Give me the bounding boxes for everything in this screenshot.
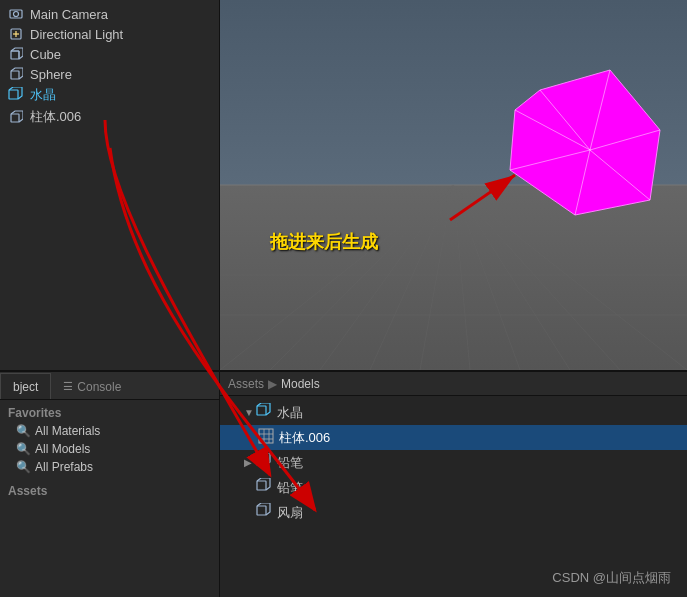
materials-icon: 🔍 — [16, 424, 30, 438]
scene-view: 拖进来后生成 — [220, 0, 687, 370]
asset-item-label: 水晶 — [277, 404, 303, 422]
folder-model-icon2 — [256, 478, 272, 497]
project-panel: bject ☰ Console Favorites 🔍 All Material… — [0, 372, 220, 597]
hierarchy-item-cylinder006[interactable]: 柱体.006 — [0, 106, 219, 128]
models-icon: 🔍 — [16, 442, 30, 456]
hierarchy-item-label: Main Camera — [30, 7, 108, 22]
project-content: Favorites 🔍 All Materials 🔍 All Models 🔍… — [0, 400, 219, 597]
assets-panel: Assets ▶ Models ▼ 水晶 — [220, 372, 687, 597]
svg-rect-10 — [11, 114, 19, 122]
folder-crystal-icon — [256, 403, 272, 422]
hierarchy-item-cube[interactable]: Cube — [0, 44, 219, 64]
breadcrumb-separator: ▶ — [268, 377, 277, 391]
tab-bar: bject ☰ Console — [0, 372, 219, 400]
sphere-icon — [8, 66, 24, 82]
tab-project-label: bject — [13, 380, 38, 394]
hierarchy-item-label: Directional Light — [30, 27, 123, 42]
bottom-section: bject ☰ Console Favorites 🔍 All Material… — [0, 370, 687, 597]
asset-item-cylinder006[interactable]: 柱体.006 — [220, 425, 687, 450]
tab-console-label: Console — [77, 380, 121, 394]
prefabs-icon: 🔍 — [16, 460, 30, 474]
breadcrumb-root: Assets — [228, 377, 264, 391]
hierarchy-item-main-camera[interactable]: Main Camera — [0, 4, 219, 24]
hierarchy-item-directional-light[interactable]: Directional Light — [0, 24, 219, 44]
svg-rect-40 — [257, 406, 266, 415]
asset-item-label: 柱体.006 — [279, 429, 330, 447]
hierarchy-item-label: Sphere — [30, 67, 72, 82]
folder-fan-icon — [256, 503, 272, 522]
svg-rect-12 — [220, 185, 687, 370]
hierarchy-panel: Main Camera Directional Light — [0, 0, 220, 370]
asset-item-pencil2-folder[interactable]: 铅笔 — [220, 475, 687, 500]
folder-model-icon — [256, 453, 272, 472]
project-item-prefabs[interactable]: 🔍 All Prefabs — [0, 458, 219, 476]
asset-item-crystal-folder[interactable]: ▼ 水晶 — [220, 400, 687, 425]
cube-icon — [8, 46, 24, 62]
light-icon — [8, 26, 24, 42]
asset-item-pencil1-folder[interactable]: ▶ 铅笔 — [220, 450, 687, 475]
svg-rect-47 — [257, 481, 266, 490]
svg-rect-5 — [11, 51, 19, 59]
top-section: Main Camera Directional Light — [0, 0, 687, 370]
annotation-text: 拖进来后生成 — [270, 230, 378, 254]
watermark: CSDN @山间点烟雨 — [552, 569, 671, 587]
hierarchy-item-label: 柱体.006 — [30, 108, 81, 126]
breadcrumb-bar: Assets ▶ Models — [220, 372, 687, 396]
tab-console[interactable]: ☰ Console — [51, 373, 133, 399]
svg-rect-8 — [11, 71, 19, 79]
svg-rect-9 — [9, 90, 18, 99]
asset-item-label: 铅笔 — [277, 479, 303, 497]
svg-rect-48 — [257, 506, 266, 515]
project-item-materials[interactable]: 🔍 All Materials — [0, 422, 219, 440]
hierarchy-item-crystal[interactable]: 水晶 — [0, 84, 219, 106]
svg-point-1 — [14, 12, 19, 17]
crystal-icon — [8, 87, 24, 103]
project-item-models[interactable]: 🔍 All Models — [0, 440, 219, 458]
camera-icon — [8, 6, 24, 22]
asset-list: ▼ 水晶 — [220, 396, 687, 597]
expand-arrow-icon: ▶ — [244, 457, 254, 468]
expand-arrow-icon: ▼ — [244, 407, 254, 418]
console-icon: ☰ — [63, 380, 73, 393]
svg-rect-46 — [257, 456, 266, 465]
project-item-label: All Prefabs — [35, 460, 93, 474]
assets-header: Assets — [0, 482, 219, 500]
cylinder-icon — [8, 109, 24, 125]
scene-svg — [220, 0, 687, 370]
tab-project[interactable]: bject — [0, 373, 51, 399]
asset-item-label: 风扇 — [277, 504, 303, 522]
hierarchy-item-label: Cube — [30, 47, 61, 62]
grid-icon — [258, 428, 274, 447]
breadcrumb-child: Models — [281, 377, 320, 391]
hierarchy-item-sphere[interactable]: Sphere — [0, 64, 219, 84]
asset-item-fan-folder[interactable]: 风扇 — [220, 500, 687, 525]
project-item-label: All Materials — [35, 424, 100, 438]
asset-item-label: 铅笔 — [277, 454, 303, 472]
svg-rect-41 — [259, 429, 273, 443]
project-item-label: All Models — [35, 442, 90, 456]
favorites-header: Favorites — [0, 404, 219, 422]
hierarchy-item-label: 水晶 — [30, 86, 56, 104]
